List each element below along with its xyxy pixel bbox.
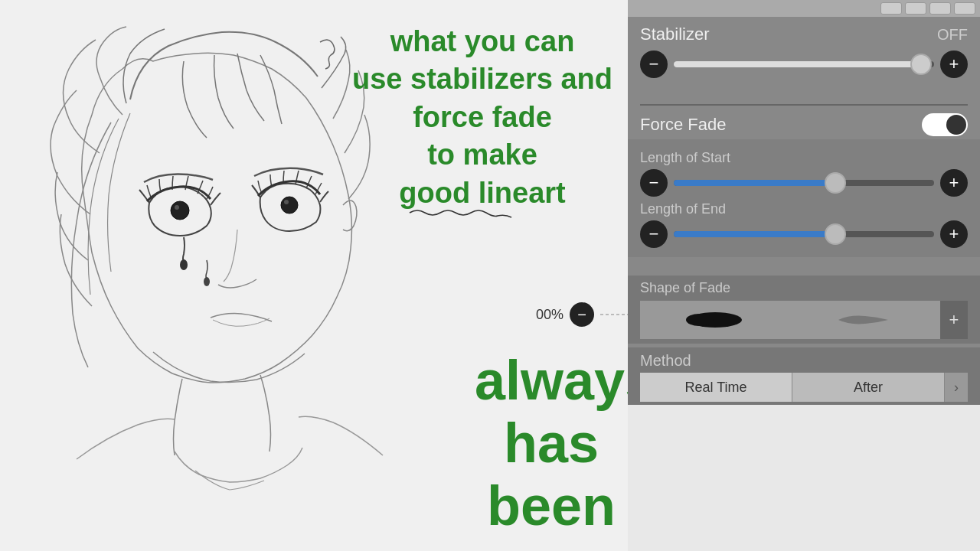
length-end-plus-button[interactable]: + [940, 220, 968, 248]
stabilizer-status: OFF [937, 26, 968, 44]
length-start-minus-button[interactable]: − [640, 169, 668, 197]
length-start-slider[interactable] [674, 180, 934, 186]
method-tab-realtime[interactable]: Real Time [640, 373, 792, 402]
method-tab-after[interactable]: After [792, 373, 945, 402]
length-end-label: Length of End [640, 201, 968, 217]
svg-point-9 [686, 314, 714, 326]
svg-point-3 [281, 197, 298, 214]
stabilizer-minus-button[interactable]: − [640, 51, 668, 78]
top-btn-1[interactable] [880, 2, 902, 15]
stabilizer-plus-button[interactable]: + [940, 51, 968, 78]
shape-row: + [640, 301, 968, 339]
length-start-label: Length of Start [640, 150, 968, 166]
stabilizer-label: Stabilizer [640, 24, 709, 44]
method-next-button[interactable]: › [945, 373, 968, 402]
top-bar [628, 0, 980, 17]
shape-of-fade-section: Shape of Fade + [628, 276, 980, 344]
svg-point-6 [204, 277, 210, 286]
lengths-section: Length of Start − + Length of End − + [628, 139, 980, 257]
method-tabs: Real Time After › [640, 373, 968, 402]
svg-point-1 [171, 201, 189, 220]
shape-add-button[interactable]: + [940, 301, 968, 339]
canvas-area: what you can use stabilizers and force f… [0, 0, 628, 551]
overlay-line5: good lineart [352, 174, 612, 212]
overlay-text: what you can use stabilizers and force f… [352, 23, 612, 212]
length-start-plus-button[interactable]: + [940, 169, 968, 197]
overlay-line4: to make [352, 136, 612, 174]
overlay-line1: what you can [352, 23, 612, 60]
bottom-caption: always has been [475, 349, 628, 537]
force-fade-header: Force Fade [640, 113, 968, 136]
stabilizer-section: Stabilizer OFF − + [628, 17, 980, 87]
length-end-minus-button[interactable]: − [640, 220, 668, 248]
shape-label: Shape of Fade [640, 280, 968, 296]
method-section: Method Real Time After › [628, 347, 980, 405]
brush-minus-button[interactable]: − [570, 302, 594, 327]
length-end-slider-row: − + [640, 220, 968, 248]
toggle-knob [946, 115, 966, 135]
svg-point-4 [284, 200, 289, 204]
force-fade-label: Force Fade [640, 115, 727, 135]
brush-size-area: 00% − [536, 302, 628, 327]
force-fade-toggle[interactable] [922, 113, 968, 136]
stabilizer-slider[interactable] [674, 61, 934, 67]
brush-size-value: 00% [536, 307, 564, 323]
top-btn-3[interactable] [929, 2, 951, 15]
shape-option-1[interactable] [640, 301, 790, 339]
method-label: Method [640, 352, 968, 370]
overlay-line3: force fade [352, 99, 612, 136]
stabilizer-header: Stabilizer OFF [640, 24, 968, 44]
stabilizer-slider-row: − + [640, 51, 968, 78]
length-start-slider-row: − + [640, 169, 968, 197]
top-btn-4[interactable] [954, 2, 975, 15]
top-btn-2[interactable] [905, 2, 926, 15]
svg-point-2 [175, 205, 179, 210]
svg-point-5 [180, 259, 188, 270]
force-fade-section: Force Fade [628, 99, 980, 145]
brush-slider-area [600, 308, 628, 321]
shape-option-2[interactable] [790, 301, 940, 339]
settings-panel: Stabilizer OFF − + Force Fade Length of … [628, 0, 980, 398]
overlay-line2: use stabilizers and [352, 60, 612, 98]
length-end-slider[interactable] [674, 231, 934, 237]
